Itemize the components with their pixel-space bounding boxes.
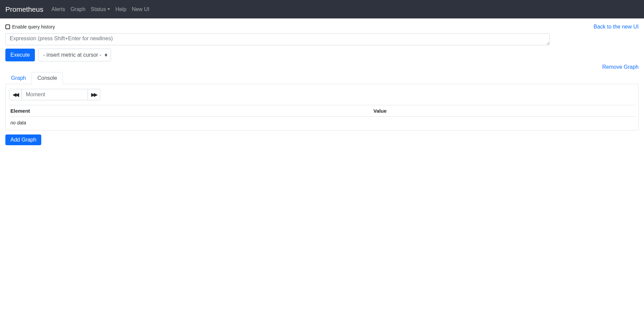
execute-button[interactable]: Execute	[5, 49, 35, 61]
tab-graph[interactable]: Graph	[5, 72, 32, 84]
nav-help[interactable]: Help	[113, 4, 129, 15]
moment-next-button[interactable]: ▶▶	[88, 89, 100, 100]
remove-graph-link[interactable]: Remove Graph	[602, 64, 639, 70]
double-chevron-right-icon: ▶▶	[91, 92, 97, 97]
add-graph-row: Add Graph	[5, 134, 639, 145]
metric-select[interactable]: - insert metric at cursor -	[38, 49, 111, 61]
nav-new-ui[interactable]: New UI	[129, 4, 152, 15]
enable-history-text: Enable query history	[12, 24, 55, 30]
nav-status[interactable]: Status	[88, 4, 113, 15]
moment-input[interactable]	[21, 89, 88, 100]
nav-alerts[interactable]: Alerts	[49, 4, 68, 15]
main-container: Enable query history Back to the new UI …	[0, 18, 644, 151]
expression-input[interactable]	[5, 33, 550, 45]
table-header-row: Element Value	[9, 105, 635, 117]
nav-status-label: Status	[91, 6, 106, 12]
select-caret-icon	[105, 54, 107, 57]
result-table: Element Value	[9, 105, 635, 117]
no-data-message: no data	[9, 117, 635, 127]
caret-down-icon	[107, 8, 110, 10]
col-element: Element	[9, 105, 372, 117]
col-value: Value	[372, 105, 635, 117]
console-panel: ◀◀ ▶▶ Element Value no data	[5, 84, 639, 130]
top-row: Enable query history Back to the new UI	[5, 24, 639, 30]
add-graph-button[interactable]: Add Graph	[5, 134, 41, 145]
navbar: Prometheus Alerts Graph Status Help New …	[0, 0, 644, 18]
moment-group: ◀◀ ▶▶	[9, 89, 100, 100]
back-to-new-ui-link[interactable]: Back to the new UI	[594, 24, 639, 30]
metric-select-label: - insert metric at cursor -	[43, 52, 101, 58]
tab-console[interactable]: Console	[32, 72, 63, 84]
double-chevron-left-icon: ◀◀	[13, 92, 18, 97]
tabs: Graph Console	[5, 72, 639, 84]
nav-graph[interactable]: Graph	[68, 4, 88, 15]
enable-history-label[interactable]: Enable query history	[5, 24, 55, 30]
controls-row: Execute - insert metric at cursor -	[5, 49, 639, 61]
brand[interactable]: Prometheus	[5, 5, 43, 13]
moment-prev-button[interactable]: ◀◀	[9, 89, 22, 100]
nav-list: Alerts Graph Status Help New UI	[49, 4, 152, 15]
enable-history-checkbox[interactable]	[5, 24, 10, 29]
remove-graph-row: Remove Graph	[5, 64, 639, 70]
